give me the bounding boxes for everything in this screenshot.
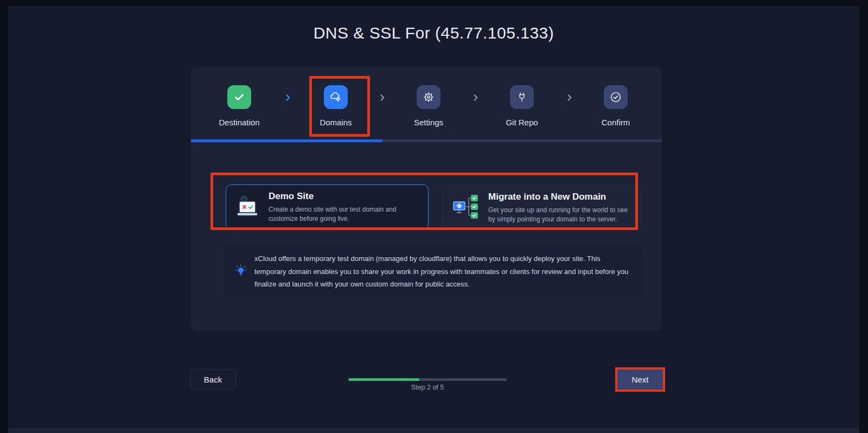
stepper-progress-track: [191, 139, 662, 142]
chevron-right-icon: [566, 94, 573, 101]
cloud-gear-icon: [324, 85, 348, 109]
step-settings[interactable]: Settings: [396, 85, 461, 127]
page-title: DNS & SSL For (45.77.105.133): [8, 24, 859, 42]
option-title: Migrate into a New Domain: [488, 192, 630, 202]
bottom-edge-strip: [8, 428, 859, 433]
step-git-repo[interactable]: Git Repo: [489, 85, 554, 127]
step-confirm[interactable]: Confirm: [583, 85, 648, 127]
step-label: Git Repo: [489, 118, 554, 127]
laptop-gear-icon: [235, 194, 260, 220]
plug-icon: [510, 85, 534, 109]
info-note-text: xCloud offers a temporary test domain (m…: [254, 252, 629, 291]
option-card-migrate-domain[interactable]: Migrate into a New Domain Get your site …: [442, 186, 641, 230]
stepper-progress-fill: [191, 139, 382, 142]
next-button[interactable]: Next: [617, 370, 663, 390]
monitor-checklist-icon: [451, 194, 480, 222]
option-card-demo-site[interactable]: Demo Site Create a demo site with our te…: [226, 184, 429, 230]
gear-icon: [417, 85, 441, 109]
check-circle-icon: [604, 85, 628, 109]
step-indicator: Step 2 of 5: [348, 384, 507, 391]
lightbulb-icon: [235, 264, 247, 279]
step-destination[interactable]: Destination: [207, 85, 272, 127]
chevron-right-icon: [284, 94, 292, 101]
check-icon: [227, 85, 251, 109]
wizard-panel: Destination Domains: [191, 67, 662, 331]
step-domains[interactable]: Domains: [303, 85, 368, 127]
option-title: Demo Site: [269, 191, 422, 202]
wizard-screen: DNS & SSL For (45.77.105.133) Destinatio…: [8, 6, 859, 433]
option-description: Create a demo site with our test domain …: [269, 205, 422, 224]
step-label: Destination: [207, 118, 272, 127]
option-description: Get your site up and running for the wor…: [488, 206, 630, 224]
chevron-right-icon: [379, 94, 386, 101]
wizard-progress-fill: [348, 378, 419, 381]
wizard-progress-bar: [348, 378, 507, 381]
step-label: Settings: [396, 118, 461, 127]
step-label: Domains: [303, 118, 368, 127]
step-label: Confirm: [583, 118, 648, 127]
back-button[interactable]: Back: [190, 369, 236, 390]
info-note: xCloud offers a temporary test domain (m…: [225, 246, 643, 297]
annotation-box-next: Next: [615, 367, 665, 392]
chevron-right-icon: [472, 94, 480, 101]
